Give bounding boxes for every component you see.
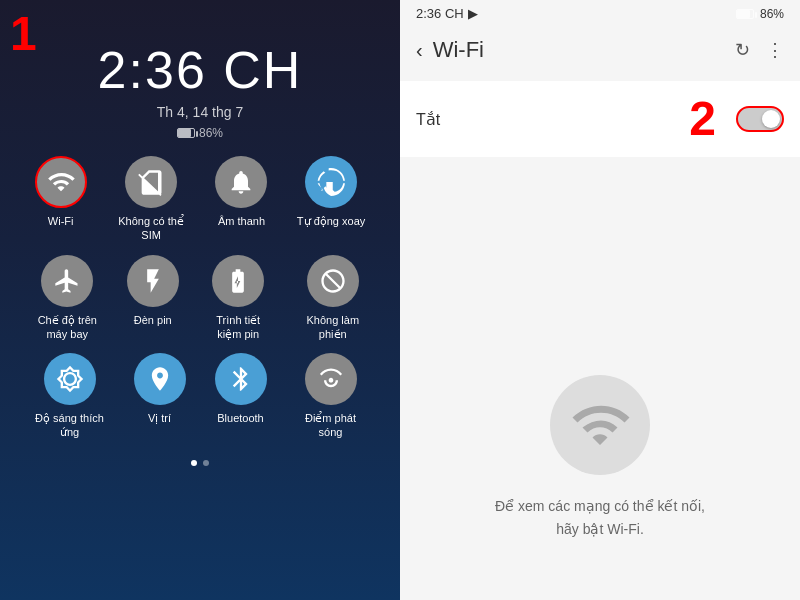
brightness-icon: [44, 353, 96, 405]
date-display: Th 4, 14 thg 7: [157, 104, 243, 120]
back-button[interactable]: ‹: [416, 39, 423, 62]
bell-icon: [215, 156, 267, 208]
wifi-label: Wi-Fi: [48, 214, 74, 228]
wifi-toggle-row: Tắt 2: [400, 81, 800, 157]
airplane-label: Chế độ trên máy bay: [32, 313, 102, 342]
wifi-main-content: Để xem các mạng có thể kết nối, hãy bật …: [400, 157, 800, 600]
status-right: 86%: [736, 7, 784, 21]
right-panel: 2:36 CH ▶ 86% ‹ Wi-Fi ↻ ⋮ Tắt 2: [400, 0, 800, 600]
battery-icon: [177, 128, 195, 138]
tile-sim[interactable]: Không có thể SIM: [116, 156, 186, 243]
quick-tiles: Wi-Fi Không có thể SIM Âm thanh: [20, 156, 380, 452]
brightness-label: Độ sáng thích ứng: [35, 411, 105, 440]
tile-airplane[interactable]: Chế độ trên máy bay: [32, 255, 102, 342]
sim-label: Không có thể SIM: [116, 214, 186, 243]
toggle-knob: [762, 110, 780, 128]
wifi-disabled-text: Để xem các mạng có thể kết nối, hãy bật …: [495, 495, 705, 540]
airplane-icon: [41, 255, 93, 307]
tile-hotspot[interactable]: Điểm phát sóng: [296, 353, 366, 440]
sound-label: Âm thanh: [218, 214, 265, 228]
location-icon: [134, 353, 186, 405]
bluetooth-label: Bluetooth: [217, 411, 263, 425]
status-battery-pct: 86%: [760, 7, 784, 21]
location-label: Vị trí: [148, 411, 171, 425]
left-panel: 1 2:36 CH Th 4, 14 thg 7 86% Wi-Fi: [0, 0, 400, 600]
hotspot-icon: [305, 353, 357, 405]
battery-pct: 86%: [199, 126, 223, 140]
dnd-label: Không làm phiền: [298, 313, 368, 342]
tile-brightness[interactable]: Độ sáng thích ứng: [35, 353, 105, 440]
status-left: 2:36 CH ▶: [416, 6, 478, 21]
step-2-label: 2: [689, 95, 716, 143]
wifi-toggle-label: Tắt: [416, 110, 440, 129]
tile-wifi[interactable]: Wi-Fi: [35, 156, 87, 243]
tile-dnd[interactable]: Không làm phiền: [298, 255, 368, 342]
header-icons: ↻ ⋮: [735, 39, 784, 61]
rotate-icon: [305, 156, 357, 208]
tile-location[interactable]: Vị trí: [134, 353, 186, 440]
refresh-button[interactable]: ↻: [735, 39, 750, 61]
dot-1: [191, 460, 197, 466]
rotate-label: Tự động xoay: [297, 214, 365, 228]
status-time: 2:36 CH: [416, 6, 464, 21]
dot-indicator: [191, 460, 209, 466]
wifi-header-left: ‹ Wi-Fi: [416, 37, 484, 63]
step-1-label: 1: [10, 10, 37, 58]
battery-saver-label: Trình tiết kiệm pin: [203, 313, 273, 342]
hotspot-label: Điểm phát sóng: [296, 411, 366, 440]
tile-row-3: Độ sáng thích ứng Vị trí Bluetooth: [20, 353, 380, 440]
flashlight-icon: [127, 255, 179, 307]
wifi-icon: [35, 156, 87, 208]
toggle-container: 2: [689, 95, 784, 143]
more-button[interactable]: ⋮: [766, 39, 784, 61]
tile-rotate[interactable]: Tự động xoay: [297, 156, 365, 243]
wifi-page-title: Wi-Fi: [433, 37, 484, 63]
tile-bluetooth[interactable]: Bluetooth: [215, 353, 267, 440]
status-bar: 2:36 CH ▶ 86%: [400, 0, 800, 27]
tile-battery-saver[interactable]: Trình tiết kiệm pin: [203, 255, 273, 342]
sim-off-icon: [125, 156, 177, 208]
camera-icon: ▶: [468, 6, 478, 21]
dnd-icon: [307, 255, 359, 307]
status-battery-icon: [736, 9, 754, 19]
wifi-disabled-icon: [550, 375, 650, 475]
wifi-header: ‹ Wi-Fi ↻ ⋮: [400, 27, 800, 73]
battery-saver-icon: [212, 255, 264, 307]
tile-row-1: Wi-Fi Không có thể SIM Âm thanh: [20, 156, 380, 243]
dot-2: [203, 460, 209, 466]
battery-row: 86%: [177, 126, 223, 140]
flashlight-label: Đèn pin: [134, 313, 172, 327]
tile-row-2: Chế độ trên máy bay Đèn pin Trình tiết k…: [20, 255, 380, 342]
bluetooth-icon: [215, 353, 267, 405]
tile-flashlight[interactable]: Đèn pin: [127, 255, 179, 342]
time-display: 2:36 CH: [98, 40, 303, 100]
wifi-toggle-switch[interactable]: [736, 106, 784, 132]
tile-sound[interactable]: Âm thanh: [215, 156, 267, 243]
